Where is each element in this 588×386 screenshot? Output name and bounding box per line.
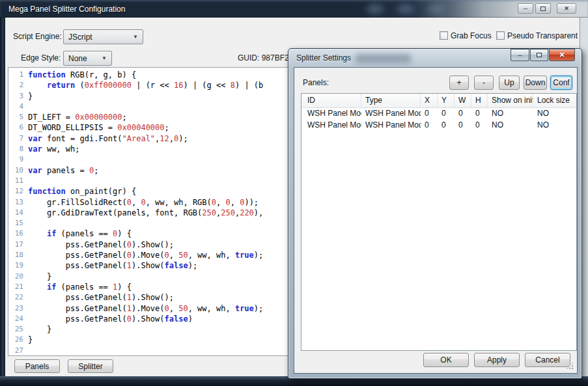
line-number: 4	[8, 102, 28, 112]
code-text: var panels = 0;	[28, 165, 98, 176]
panels-button[interactable]: Panels	[14, 359, 60, 373]
column-header[interactable]: Show on init	[488, 94, 533, 107]
line-number: 13	[8, 197, 28, 208]
close-icon[interactable]: ✕	[557, 3, 576, 14]
code-text: pss.GetPanel(1).Show(false);	[28, 260, 197, 271]
column-header[interactable]: H	[471, 94, 488, 107]
line-number: 12	[8, 186, 28, 197]
line-number: 27	[8, 346, 28, 356]
code-text: var ww, wh;	[28, 144, 79, 154]
conf-button[interactable]: Conf	[550, 76, 572, 90]
pseudo-transparent-label: Pseudo Transparent	[507, 31, 578, 40]
code-text: pss.GetPanel(1).Move(0, 50, ww, wh, true…	[28, 303, 263, 314]
maximize-icon[interactable]	[535, 3, 551, 14]
table-cell: 0	[421, 120, 438, 131]
code-text: DT_LEFT = 0x00000000;	[28, 112, 127, 122]
column-header[interactable]: W	[455, 94, 471, 107]
minimize-icon[interactable]: ─	[511, 49, 529, 61]
redacted-title-text	[356, 54, 411, 63]
script-engine-label: Script Engine:	[13, 32, 62, 41]
line-number: 21	[8, 282, 28, 292]
table-cell: 0	[438, 120, 455, 131]
ok-button[interactable]: OK	[423, 353, 469, 367]
code-text: pss.GetPanel(0).Move(0, 50, ww, wh, true…	[28, 250, 263, 260]
column-header[interactable]: X	[421, 94, 438, 107]
resize-grip[interactable]	[572, 368, 573, 369]
column-header[interactable]: Type	[361, 94, 421, 107]
column-header[interactable]: ID	[301, 94, 361, 107]
table-cell: WSH Panel Mod	[301, 120, 361, 131]
chevron-down-icon: ▼	[102, 55, 107, 61]
down-button[interactable]: Down	[524, 76, 547, 90]
line-number: 6	[8, 122, 28, 133]
line-number: 20	[8, 271, 28, 282]
code-text: if (panels == 0) {	[28, 228, 132, 239]
table-cell: WSH Panel Mod	[301, 108, 361, 120]
maximize-icon[interactable]	[530, 49, 548, 61]
code-text: pss.GetPanel(0).Show(false)	[28, 314, 193, 324]
main-window-left-border	[0, 18, 5, 376]
screen: Mega Panel Splitter Configuration ─ ✕ Sc…	[0, 0, 588, 386]
code-text: if (panels == 1) {	[28, 282, 132, 292]
line-number: 22	[8, 292, 28, 303]
line-number: 17	[8, 240, 28, 250]
chevron-down-icon: ▼	[133, 34, 138, 40]
code-text: pss.GetPanel(1).Show();	[28, 292, 174, 303]
cancel-button[interactable]: Cancel	[525, 353, 570, 367]
code-text: var font = gdi.Font("Areal",12,0);	[28, 133, 188, 144]
table-cell: WSH Panel Mod	[361, 120, 421, 131]
blurred-caption-decoration	[367, 4, 384, 14]
code-text: }	[28, 335, 33, 345]
line-number: 16	[8, 228, 28, 239]
code-text: }	[28, 271, 51, 282]
line-number: 18	[8, 250, 28, 260]
script-engine-select[interactable]: JScript ▼	[63, 29, 143, 44]
-button[interactable]: -	[474, 76, 494, 90]
line-number: 8	[8, 144, 28, 154]
code-text: }	[28, 91, 33, 102]
edge-style-value: None	[68, 54, 87, 63]
code-text: gr.GdiDrawText(panels, font, RGB(250,250…	[28, 208, 263, 218]
grab-focus-label: Grab Focus	[451, 31, 492, 40]
table-cell: 0	[471, 108, 488, 120]
pseudo-transparent-checkbox[interactable]	[496, 31, 505, 40]
maximize-glyph	[537, 53, 542, 57]
line-number: 14	[8, 208, 28, 218]
column-header[interactable]: Lock size	[533, 94, 577, 107]
panels-table[interactable]: IDTypeXYWHShow on initLock size WSH Pane…	[301, 93, 577, 351]
panel-row[interactable]: WSH Panel ModWSH Panel Mod0000NONO	[301, 120, 576, 131]
table-cell: 0	[421, 108, 438, 120]
line-number: 1	[8, 70, 28, 80]
code-text: }	[28, 324, 51, 335]
code-text: pss.GetPanel(0).Show();	[28, 240, 174, 250]
grab-focus-checkbox[interactable]	[440, 31, 448, 40]
-button[interactable]: +	[449, 76, 469, 90]
up-button[interactable]: Up	[499, 76, 520, 90]
line-number: 7	[8, 133, 28, 144]
splitter-settings-dialog: Splitter Settings ─ ✕ Panels: +-UpDownCo…	[288, 48, 582, 379]
table-cell: NO	[488, 120, 533, 131]
column-header[interactable]: Y	[438, 94, 455, 107]
table-cell: 0	[455, 120, 471, 131]
edge-style-select[interactable]: None ▼	[63, 51, 112, 66]
panels-list-label: Panels:	[303, 78, 329, 87]
script-engine-value: JScript	[68, 33, 92, 42]
line-number: 3	[8, 91, 28, 102]
blurred-caption-decoration	[428, 4, 445, 14]
code-text: function on_paint(gr) {	[28, 186, 136, 197]
dialog-client: Panels: +-UpDownConf IDTypeXYWHShow on i…	[294, 67, 578, 374]
minimize-icon[interactable]: ─	[518, 3, 533, 14]
main-window-titlebar[interactable]: Mega Panel Splitter Configuration ─ ✕	[0, 0, 588, 18]
code-text: return (0xff000000 | (r << 16) | (g << 8…	[28, 80, 263, 90]
maximize-glyph	[540, 7, 546, 11]
apply-button[interactable]: Apply	[474, 353, 520, 367]
code-text: gr.FillSolidRect(0, 0, ww, wh, RGB(0, 0,…	[28, 197, 259, 208]
splitter-button[interactable]: Splitter	[68, 359, 113, 373]
table-header[interactable]: IDTypeXYWHShow on initLock size	[301, 94, 576, 108]
table-cell: WSH Panel Mod	[361, 108, 421, 120]
line-number: 19	[8, 260, 28, 271]
line-number: 2	[8, 80, 28, 90]
close-icon[interactable]: ✕	[549, 49, 575, 61]
line-number: 25	[8, 324, 28, 335]
panel-row[interactable]: WSH Panel ModWSH Panel Mod0000NONO	[301, 108, 576, 120]
